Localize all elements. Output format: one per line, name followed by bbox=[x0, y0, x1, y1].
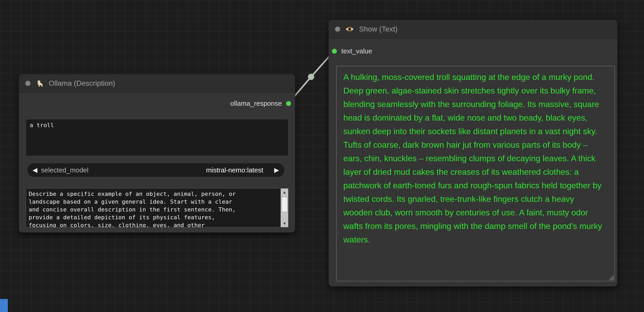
show-text-content: A hulking, moss-covered troll squatting … bbox=[343, 70, 604, 246]
scroll-thumb[interactable] bbox=[282, 197, 287, 212]
node-show-text[interactable]: Show (Text) text_value A hulking, moss-c… bbox=[329, 20, 617, 286]
node-editor-canvas[interactable]: Ollama (Description) ollama_response a t… bbox=[0, 0, 644, 312]
node-ollama-description[interactable]: Ollama (Description) ollama_response a t… bbox=[19, 74, 295, 233]
node-status-dot[interactable] bbox=[335, 27, 340, 32]
node-status-dot[interactable] bbox=[25, 81, 30, 86]
output-label: ollama_response bbox=[230, 99, 282, 108]
node-title: Show (Text) bbox=[359, 25, 398, 33]
input-label: text_value bbox=[341, 47, 372, 55]
prev-model-arrow-icon[interactable]: ◀ bbox=[33, 167, 37, 173]
system-prompt-text[interactable]: Describe a specific example of an object… bbox=[26, 189, 288, 227]
combo-label: selected_model bbox=[41, 166, 88, 174]
input-port-text-value[interactable] bbox=[332, 49, 337, 54]
selected-model-widget[interactable]: ◀ selected_model mistral-nemo:latest ▶ bbox=[27, 163, 284, 177]
output-port-ollama-response[interactable] bbox=[286, 101, 291, 106]
prompt-text-input[interactable]: a troll bbox=[26, 119, 288, 156]
combo-value: mistral-nemo:latest bbox=[206, 166, 263, 174]
link-midpoint-dot[interactable] bbox=[308, 74, 314, 80]
scroll-down-icon[interactable]: ▼ bbox=[281, 220, 288, 227]
show-text-area[interactable]: A hulking, moss-covered troll squatting … bbox=[336, 66, 615, 281]
scroll-up-icon[interactable]: ▲ bbox=[281, 189, 288, 196]
eye-icon bbox=[345, 26, 354, 33]
resize-grip-icon[interactable] bbox=[609, 275, 614, 280]
show-node-title-bar[interactable]: Show (Text) bbox=[329, 20, 617, 39]
ollama-node-title-bar[interactable]: Ollama (Description) bbox=[19, 74, 295, 93]
llama-icon bbox=[35, 79, 44, 88]
node-title: Ollama (Description) bbox=[49, 79, 115, 88]
next-model-arrow-icon[interactable]: ▶ bbox=[274, 167, 279, 173]
scrollbar[interactable]: ▲ ▼ bbox=[281, 189, 288, 227]
system-prompt-area[interactable]: Describe a specific example of an object… bbox=[26, 188, 288, 227]
